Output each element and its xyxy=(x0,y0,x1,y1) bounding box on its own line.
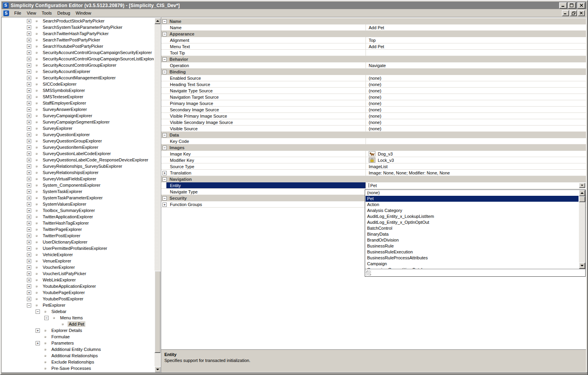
property-grid-row[interactable]: − Name xyxy=(161,18,586,24)
resize-grip-icon[interactable] xyxy=(366,270,371,276)
tree-item[interactable]: + VoucherExplorer xyxy=(2,264,154,270)
tree-item[interactable]: Formulae xyxy=(2,334,154,340)
tree-item[interactable]: + SystemValuesExplorer xyxy=(2,201,154,207)
expand-toggle-icon[interactable]: + xyxy=(27,152,31,156)
tree-item[interactable]: + SecurityAccountExplorer xyxy=(2,68,154,75)
dropdown-item[interactable]: BusinessRuleExecution xyxy=(366,249,579,255)
expand-toggle-icon[interactable]: + xyxy=(27,114,31,118)
dropdown-item[interactable]: BrandOrDivision xyxy=(366,237,579,243)
scroll-down-button[interactable] xyxy=(155,366,161,373)
property-grid-row[interactable]: Entity xyxy=(161,182,586,189)
property-grid-row[interactable]: − Images xyxy=(161,144,586,151)
dropdown-scrollbar[interactable] xyxy=(579,190,585,269)
property-value-cell[interactable]: (none) xyxy=(366,119,586,125)
expand-toggle-icon[interactable]: + xyxy=(27,76,31,80)
property-value-cell[interactable]: (none) xyxy=(366,107,586,112)
expand-toggle-icon[interactable]: + xyxy=(27,51,31,55)
tree-item[interactable]: + SystemTaskParameterExplorer xyxy=(2,195,154,201)
property-value-cell[interactable]: (none) xyxy=(366,126,586,131)
tree-item[interactable]: + SearchSystemTaskParameterPartyPicker xyxy=(2,24,154,30)
tree-item[interactable]: + TwitterPostExplorer xyxy=(2,232,154,239)
tree-item[interactable]: + SurveyVirtualFieldsExplorer xyxy=(2,176,154,182)
dropdown-item[interactable]: Action xyxy=(366,202,579,208)
expand-toggle-icon[interactable]: + xyxy=(27,19,31,23)
property-value-cell[interactable] xyxy=(366,138,586,144)
tree-item[interactable]: + VenueExplorer xyxy=(2,258,154,264)
expand-toggle-icon[interactable]: + xyxy=(27,164,31,169)
expand-toggle-icon[interactable]: + xyxy=(27,120,31,124)
property-grid-row[interactable]: − Behavior xyxy=(161,56,586,62)
expand-toggle-icon[interactable]: − xyxy=(44,316,49,320)
tree-item[interactable]: + SurveyQuestionsLabelCode_ResponseDevic… xyxy=(2,157,154,163)
expand-toggle-icon[interactable]: + xyxy=(27,44,31,49)
property-value-cell[interactable]: (none) xyxy=(366,100,586,106)
dropdown-item[interactable]: Pet xyxy=(366,196,579,202)
tree-scrollbar[interactable] xyxy=(155,18,161,373)
property-grid-row[interactable]: − Appearance xyxy=(161,31,586,37)
property-grid-row[interactable]: Operation xyxy=(161,62,586,69)
expand-toggle-icon[interactable]: + xyxy=(27,82,31,86)
tree-item[interactable]: Exclude Relationships xyxy=(2,359,154,365)
menu-item[interactable]: Debug xyxy=(55,10,73,16)
tree-item[interactable]: Additional Entity Columns xyxy=(2,346,154,352)
tree-item[interactable]: + TwitterPageExplorer xyxy=(2,226,154,232)
property-value-cell[interactable]: Dog_v3 xyxy=(366,151,586,157)
tree-item[interactable]: Add Pet xyxy=(2,321,154,327)
expand-toggle-icon[interactable]: + xyxy=(27,107,31,112)
property-value-cell[interactable]: Lock_v3 xyxy=(366,157,586,163)
expand-toggle-icon[interactable]: + xyxy=(27,291,31,295)
tree-item[interactable]: + SecurityAccountControlGroupCampaignSec… xyxy=(2,49,154,56)
property-value-cell[interactable]: Image: None, None; Modifier: None, None xyxy=(366,170,586,176)
property-grid-row[interactable]: Name xyxy=(161,24,586,31)
tree-item[interactable]: + Explorer Details xyxy=(2,327,154,334)
scroll-up-button[interactable] xyxy=(579,190,585,196)
dropdown-item[interactable]: BatchControl xyxy=(366,225,579,231)
tree-item[interactable]: + SurveyQuestionGroupExplorer xyxy=(2,138,154,144)
property-grid-row[interactable]: Visible Secondary Image Source xyxy=(161,119,586,126)
property-value-cell[interactable]: Add Pet xyxy=(366,43,586,49)
property-value-cell[interactable]: Navigate xyxy=(366,62,586,68)
expand-toggle-icon[interactable]: + xyxy=(27,227,31,232)
property-value-cell[interactable]: Add Pet xyxy=(366,24,586,30)
property-grid-row[interactable]: Primary Image Source xyxy=(161,100,586,107)
property-value-cell[interactable]: ImageList xyxy=(366,163,586,169)
expand-toggle-icon[interactable]: + xyxy=(36,328,40,333)
tree-item[interactable]: + SurveyCampaignExplorer xyxy=(2,112,154,119)
tree-item[interactable]: + SurveyCampaignSegmentExplorer xyxy=(2,119,154,125)
expand-toggle-icon[interactable]: + xyxy=(27,272,31,276)
expand-toggle-icon[interactable]: + xyxy=(27,221,31,225)
tree-item[interactable]: + SurveyQuestionExplorer xyxy=(2,131,154,138)
expand-toggle-icon[interactable]: + xyxy=(27,126,31,131)
expand-toggle-icon[interactable]: − xyxy=(36,309,40,314)
tree-item[interactable]: + SecurityAccountControlGroupCampaignSou… xyxy=(2,56,154,62)
property-grid-row[interactable]: Menu Text xyxy=(161,43,586,50)
property-grid-row[interactable]: − Binding xyxy=(161,69,586,75)
maximize-button[interactable] xyxy=(568,2,576,9)
expand-toggle-icon[interactable]: + xyxy=(27,234,31,238)
expand-toggle-icon[interactable]: + xyxy=(27,253,31,257)
dropdown-item[interactable]: AuditLog_Entity_x_OptInOptOut xyxy=(366,219,579,225)
tree-item[interactable]: + SMSTexteseExplorer xyxy=(2,94,154,100)
tree-item[interactable]: Pre-Save Processes xyxy=(2,365,154,371)
tree-item[interactable]: + SurveyRelationships_SurveySubExplorer xyxy=(2,163,154,169)
expand-toggle-icon[interactable]: + xyxy=(27,101,31,105)
scroll-down-button[interactable] xyxy=(579,262,585,269)
expand-toggle-icon[interactable]: + xyxy=(27,208,31,213)
property-grid-row[interactable]: Key Code xyxy=(161,138,586,144)
tree-item[interactable]: + WebLinkExplorer xyxy=(2,277,154,283)
property-grid-row[interactable]: Image Key xyxy=(161,151,586,157)
entity-dropdown-button[interactable] xyxy=(579,183,585,188)
property-grid-row[interactable]: Enabled Source xyxy=(161,75,586,81)
dropdown-item[interactable]: (none) xyxy=(366,190,579,196)
tree-item[interactable]: + SurveyQuestionLabelCodeExplorer xyxy=(2,150,154,157)
expand-toggle-icon[interactable]: + xyxy=(27,278,31,282)
tree-item[interactable]: + YoutubePostExplorer xyxy=(2,296,154,302)
tree-item[interactable]: + SearchTwitterHashTagPartyPicker xyxy=(2,30,154,37)
property-grid-row[interactable]: Modifier Key xyxy=(161,157,586,163)
tree-item[interactable]: + SecurityAccountControlGroupExplorer xyxy=(2,62,154,68)
property-grid-row[interactable]: Secondary Image Source xyxy=(161,107,586,113)
expand-toggle-icon[interactable]: + xyxy=(27,158,31,162)
close-button[interactable] xyxy=(577,2,585,9)
property-grid-row[interactable]: + Translation xyxy=(161,170,586,176)
expand-toggle-icon[interactable]: + xyxy=(27,259,31,263)
